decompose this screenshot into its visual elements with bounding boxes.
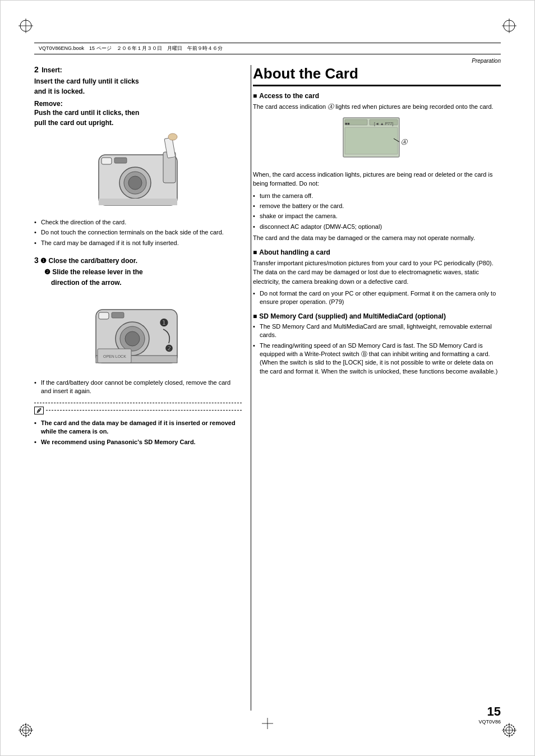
step2-remove-label: Remove:	[34, 100, 242, 108]
content-area: 2 Insert: Insert the card fully until it…	[34, 65, 501, 711]
bullet-item: turn the camera off.	[253, 192, 501, 200]
section-access: Access to the card The card access indic…	[253, 92, 501, 243]
bullet-item: shake or impact the camera.	[253, 212, 501, 220]
step3-section: 3 ❶ Close the card/battery door. ❷ Slide…	[34, 254, 242, 396]
header-text: VQT0V86ENG.book 15 ページ ２０６年１月３０日 月曜日 午前９…	[39, 45, 223, 52]
section-sd-heading: SD Memory Card (supplied) and MultiMedia…	[253, 312, 501, 320]
top-header: VQT0V86ENG.book 15 ページ ２０６年１月３０日 月曜日 午前９…	[34, 43, 501, 54]
svg-text:Ⓐ: Ⓐ	[401, 139, 408, 145]
svg-rect-28	[99, 312, 109, 319]
bullet-item: The card may be damaged if it is not ful…	[34, 239, 242, 247]
svg-point-17	[128, 176, 142, 190]
section-sd-bullets: The SD Memory Card and MultiMediaCard ar…	[253, 322, 501, 376]
step2-bullets: Check the direction of the card. Do not …	[34, 218, 242, 247]
step3-heading: 3 ❶ Close the card/battery door. ❷ Slide…	[34, 254, 242, 288]
svg-text:OPEN LOCK: OPEN LOCK	[103, 354, 126, 358]
corner-mark-bl	[17, 722, 34, 739]
step3-bullets: If the card/battery door cannot be compl…	[34, 379, 242, 396]
svg-rect-19	[114, 158, 127, 163]
page-number-area: 15 VQT0V86	[478, 704, 501, 725]
section-access-heading: Access to the card	[253, 92, 501, 100]
note-icon: 🖊	[34, 407, 44, 414]
camera-svg-1	[82, 132, 194, 214]
step2-title: Insert:	[41, 66, 62, 74]
bullet-item: The SD Memory Card and MultiMediaCard ar…	[253, 322, 501, 340]
bullet-item: The reading/writing speed of an SD Memor…	[253, 342, 501, 376]
page-wrapper: VQT0V86ENG.book 15 ページ ２０６年１月３０日 月曜日 午前９…	[0, 0, 535, 756]
bullet-item: remove the battery or the card.	[253, 202, 501, 210]
camera-svg-2: OPEN LOCK ❶ ❷	[82, 293, 194, 374]
note-header: 🖊	[34, 407, 242, 414]
page-title: About the Card	[253, 65, 501, 86]
svg-rect-18	[102, 158, 112, 164]
note-dashes	[46, 410, 242, 411]
svg-rect-29	[112, 312, 124, 318]
svg-text:[◄ ▲ P77]: [◄ ▲ P77]	[374, 122, 393, 126]
bullet-item: If the card/battery door cannot be compl…	[34, 379, 242, 396]
bullet-item: Do not format the card on your PC or oth…	[253, 289, 501, 307]
corner-mark-tr	[501, 17, 518, 34]
section-access-body4: The card and the data may be damaged or …	[253, 233, 501, 243]
section-access-body1: The card access indication Ⓐ lights red …	[253, 102, 501, 112]
svg-rect-23	[99, 199, 177, 205]
section-handling-body: Transfer important pictures/motion pictu…	[253, 259, 501, 287]
section-handling-heading: About handling a card	[253, 248, 501, 256]
step2-section: 2 Insert: Insert the card fully until it…	[34, 65, 242, 247]
left-column: 2 Insert: Insert the card fully until it…	[34, 65, 242, 711]
note-item-2: We recommend using Panasonic's SD Memory…	[34, 438, 242, 446]
preparation-label: Preparation	[472, 58, 501, 64]
step2-insert-text: Insert the card fully until it clicks an…	[34, 76, 242, 96]
lcd-svg: [◄ ▲ P77] ■■ Ⓐ	[340, 115, 413, 165]
step2-remove-text: Push the card until it clicks, then pull…	[34, 108, 242, 128]
svg-rect-38	[345, 127, 398, 154]
note-item-1: The card and the data may be damaged if …	[34, 419, 242, 436]
bottom-center-mark	[262, 718, 273, 730]
section-sd: SD Memory Card (supplied) and MultiMedia…	[253, 312, 501, 376]
camera-illustration-1	[34, 132, 242, 214]
page-code: VQT0V86	[478, 719, 501, 725]
bullet-item: disconnect AC adaptor (DMW-AC5; optional…	[253, 223, 501, 231]
section-handling-bullets: Do not format the card on your PC or oth…	[253, 289, 501, 307]
svg-point-22	[168, 133, 177, 140]
page-number: 15	[478, 704, 501, 719]
svg-text:❶: ❶	[159, 317, 168, 329]
svg-point-27	[125, 331, 140, 346]
section-access-body3: When, the card access indication lights,…	[253, 170, 501, 188]
section-handling: About handling a card Transfer important…	[253, 248, 501, 307]
step2-heading: 2 Insert:	[34, 65, 242, 74]
note-box: 🖊 The card and the data may be damaged i…	[34, 403, 242, 446]
corner-mark-tl	[17, 17, 34, 34]
note-bullets: The card and the data may be damaged if …	[34, 419, 242, 446]
step2-num: 2	[34, 65, 39, 74]
camera-illustration-2: OPEN LOCK ❶ ❷	[34, 293, 242, 374]
bullet-item: Do not touch the connection terminals on…	[34, 228, 242, 237]
svg-text:❷: ❷	[165, 344, 173, 353]
right-column: About the Card Access to the card The ca…	[253, 65, 501, 711]
svg-text:■■: ■■	[345, 122, 349, 126]
corner-mark-br	[501, 722, 518, 739]
bullet-item: Check the direction of the card.	[34, 218, 242, 227]
section-access-bullets: turn the camera off. remove the battery …	[253, 192, 501, 232]
circle-a: Ⓐ	[328, 103, 334, 110]
lcd-display-wrapper: [◄ ▲ P77] ■■ Ⓐ	[340, 115, 413, 167]
